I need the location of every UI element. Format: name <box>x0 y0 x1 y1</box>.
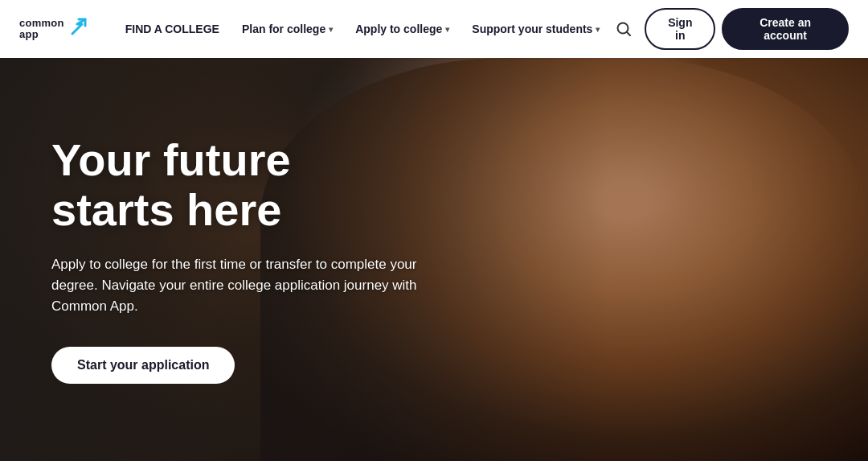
header: common app FIND A COLLEGE Plan for colle… <box>0 0 868 58</box>
plan-college-chevron-icon: ▾ <box>329 25 333 34</box>
svg-line-1 <box>627 32 630 35</box>
nav-actions: Sign in Create an account <box>609 8 849 50</box>
support-students-chevron-icon: ▾ <box>596 25 600 34</box>
sign-in-button[interactable]: Sign in <box>645 8 715 50</box>
nav-item-plan-college[interactable]: Plan for college ▾ <box>232 16 342 42</box>
logo[interactable]: common app <box>19 16 90 42</box>
search-button[interactable] <box>609 14 638 43</box>
apply-college-chevron-icon: ▾ <box>445 25 449 34</box>
logo-name-line1: common <box>19 18 64 29</box>
nav-item-find-college[interactable]: FIND A COLLEGE <box>116 16 229 42</box>
create-account-button[interactable]: Create an account <box>722 8 849 50</box>
logo-name-line2: app <box>19 29 64 40</box>
hero-section: Your future starts here Apply to college… <box>0 0 868 461</box>
nav-item-apply-college[interactable]: Apply to college ▾ <box>346 16 459 42</box>
hero-title: Your future starts here <box>51 135 469 234</box>
nav-item-support-students[interactable]: Support your students ▾ <box>462 16 609 42</box>
search-icon <box>616 21 632 37</box>
logo-icon <box>68 16 90 42</box>
main-nav: FIND A COLLEGE Plan for college ▾ Apply … <box>116 16 610 42</box>
start-application-button[interactable]: Start your application <box>51 347 235 384</box>
hero-content: Your future starts here Apply to college… <box>0 58 868 461</box>
hero-subtitle: Apply to college for the first time or t… <box>51 254 437 318</box>
